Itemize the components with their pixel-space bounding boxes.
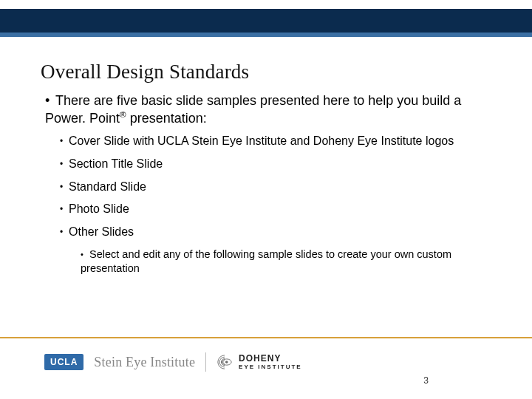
ucla-badge: UCLA [44, 354, 83, 370]
list-item: •Other Slides [60, 225, 495, 240]
list-item-text: Photo Slide [69, 202, 129, 215]
doheny-eye-icon [216, 354, 233, 370]
intro-text-pre: There are five basic slide samples prese… [45, 93, 461, 126]
slide-title: Overall Design Standards [41, 61, 495, 83]
doheny-line1: DOHENY [239, 354, 302, 363]
bullet-icon: • [60, 227, 69, 239]
intro-text-post: presentation: [126, 111, 207, 126]
page-number: 3 [423, 375, 429, 386]
list-item-text: Other Slides [69, 225, 134, 238]
header-navy-band [0, 9, 532, 33]
header-blue-rule [0, 33, 532, 37]
bullet-icon: • [60, 159, 69, 171]
list-item: •Cover Slide with UCLA Stein Eye Institu… [60, 134, 495, 149]
slide: Overall Design Standards •There are five… [0, 0, 532, 399]
doheny-text: DOHENY EYE INSTITUTE [239, 354, 302, 370]
list-item: •Photo Slide [60, 202, 495, 217]
bullet-icon: • [60, 204, 69, 216]
registered-mark: ® [120, 109, 126, 119]
footer-logos: UCLA Stein Eye Institute DOHENY EYE INST… [44, 347, 488, 377]
list-item: •Section Title Slide [60, 157, 495, 172]
svg-point-1 [218, 355, 231, 369]
list-item-text: Standard Slide [69, 180, 146, 193]
intro-bullet: •There are five basic slide samples pres… [45, 92, 495, 126]
stein-eye-institute-text: Stein Eye Institute [94, 355, 195, 370]
subnote-text: Select and edit any of the following sam… [81, 248, 451, 274]
list-item: •Standard Slide [60, 180, 495, 195]
content-area: Overall Design Standards •There are five… [41, 61, 495, 280]
svg-point-6 [225, 361, 228, 364]
list-item-text: Cover Slide with UCLA Stein Eye Institut… [69, 134, 454, 147]
doheny-logo: DOHENY EYE INSTITUTE [216, 354, 302, 370]
footer-gold-rule [0, 337, 532, 338]
list-item-text: Section Title Slide [69, 157, 163, 170]
doheny-line2: EYE INSTITUTE [239, 364, 302, 370]
footer-divider [205, 352, 206, 372]
bullet-icon: • [81, 249, 89, 259]
bullet-icon: • [60, 182, 69, 194]
bullet-icon: • [45, 92, 55, 109]
subnote-bullet: •Select and edit any of the following sa… [81, 248, 495, 276]
bullet-icon: • [60, 136, 69, 148]
